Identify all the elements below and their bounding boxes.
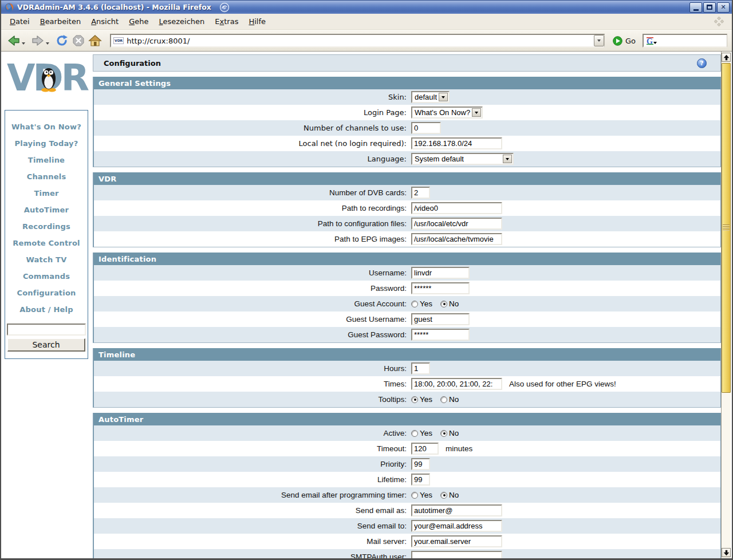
guest-password-input[interactable]	[411, 329, 470, 341]
send-email-to-input[interactable]	[411, 520, 502, 532]
active-radio-no[interactable]	[440, 430, 447, 437]
forward-icon	[31, 34, 45, 47]
web-search-box[interactable]: G	[643, 34, 727, 48]
reload-button[interactable]	[54, 33, 70, 49]
sidebar-item-commands[interactable]: Commands	[5, 268, 88, 285]
home-button[interactable]	[87, 33, 103, 48]
go-label: Go	[625, 37, 636, 45]
field-control: Also used for other EPG views!	[411, 378, 720, 390]
number-of-channels-to-use-input[interactable]	[411, 122, 441, 134]
select-arrow-icon[interactable]	[472, 108, 481, 117]
field-control: YesNo	[411, 491, 720, 499]
active-radio-yes[interactable]	[411, 430, 418, 437]
select-arrow-icon[interactable]	[503, 155, 512, 163]
maximize-button[interactable]	[703, 2, 716, 13]
menu-extras[interactable]: Extras	[210, 15, 243, 27]
menu-bearbeiten[interactable]: Bearbeiten	[35, 15, 86, 27]
stop-button[interactable]	[71, 33, 86, 48]
send-email-after-programming-timer-radio-no[interactable]	[440, 492, 447, 499]
web-search-input[interactable]	[658, 37, 727, 45]
field-label: Send email to:	[94, 522, 407, 530]
back-button[interactable]	[6, 33, 29, 48]
settings-row: Username:	[94, 265, 720, 281]
vertical-scrollbar[interactable]	[721, 52, 731, 558]
sidebar-item-what-s-on-now[interactable]: What's On Now?	[5, 119, 88, 135]
sidebar-item-channels[interactable]: Channels	[5, 168, 88, 185]
login-page-select[interactable]: What's On Now?	[411, 107, 483, 119]
field-control	[411, 329, 720, 341]
send-email-after-programming-timer-radio-yes[interactable]	[411, 492, 418, 499]
menu-ansicht[interactable]: Ansicht	[86, 15, 124, 27]
guest-username-input[interactable]	[411, 313, 470, 325]
epg-search-input[interactable]	[7, 324, 86, 336]
number-of-dvb-cards-input[interactable]	[411, 187, 430, 199]
password-input[interactable]	[411, 282, 470, 294]
section-header-vdr: VDR	[94, 172, 720, 185]
scroll-down-button[interactable]	[722, 548, 731, 557]
epg-search-button[interactable]: Search	[7, 338, 85, 352]
path-to-recordings-input[interactable]	[411, 202, 502, 214]
mail-server-input[interactable]	[411, 535, 502, 547]
minimize-button[interactable]	[689, 2, 702, 13]
scroll-up-button[interactable]	[722, 53, 731, 62]
menu-hilfe[interactable]: Hilfe	[243, 15, 271, 27]
back-history-dropdown-icon[interactable]	[22, 42, 25, 45]
radio-label: Yes	[420, 491, 432, 499]
tooltips-radio-yes[interactable]	[411, 396, 418, 403]
field-control	[411, 202, 720, 214]
go-button[interactable]: Go	[609, 35, 639, 47]
search-engine-dropdown-icon[interactable]	[653, 42, 657, 44]
language-select[interactable]: System default	[411, 153, 514, 165]
times-input[interactable]	[411, 378, 502, 390]
section-header-general-settings: General Settings	[94, 77, 720, 89]
username-input[interactable]	[411, 267, 470, 279]
settings-row: Skin:default	[94, 89, 720, 105]
select-arrow-icon[interactable]	[439, 93, 448, 101]
sidebar-item-timeline[interactable]: Timeline	[5, 152, 88, 168]
sidebar-item-timer[interactable]: Timer	[5, 185, 88, 202]
url-input[interactable]	[127, 37, 594, 45]
section-vdr: VDRNumber of DVB cards:Path to recording…	[93, 172, 721, 247]
sidebar-item-remote-control[interactable]: Remote Control	[5, 235, 88, 251]
forward-history-dropdown-icon[interactable]	[46, 42, 49, 45]
menu-lesezeichen[interactable]: Lesezeichen	[153, 15, 210, 27]
scrollbar-thumb[interactable]	[722, 63, 731, 393]
sidebar-item-configuration[interactable]: Configuration	[5, 285, 88, 301]
sidebar-item-watch-tv[interactable]: Watch TV	[5, 251, 88, 268]
close-icon: ✕	[720, 3, 726, 11]
page-title: Configuration	[104, 59, 161, 68]
sidebar-item-autotimer[interactable]: AutoTimer	[5, 202, 88, 218]
url-dropdown-button[interactable]	[594, 35, 604, 46]
send-email-as-input[interactable]	[411, 504, 502, 516]
smtpauth-user-input[interactable]	[411, 551, 502, 558]
hours-input[interactable]	[411, 362, 430, 374]
path-to-epg-images-input[interactable]	[411, 233, 502, 245]
forward-button[interactable]	[30, 33, 53, 48]
sidebar-item-about-help[interactable]: About / Help	[5, 301, 88, 318]
sidebar-item-playing-today[interactable]: Playing Today?	[5, 135, 88, 152]
timeout-input[interactable]	[411, 443, 439, 455]
url-bar[interactable]: VDR	[110, 34, 605, 48]
field-control	[411, 267, 720, 279]
home-icon	[88, 34, 102, 47]
close-button[interactable]: ✕	[717, 2, 730, 13]
path-to-configuration-files-input[interactable]	[411, 218, 502, 230]
guest-account-radio-yes[interactable]	[411, 301, 418, 307]
sidebar-item-recordings[interactable]: Recordings	[5, 218, 88, 235]
menu-gehe[interactable]: Gehe	[124, 15, 153, 27]
settings-row: Tooltips:YesNo	[94, 392, 720, 407]
tooltips-radio-no[interactable]	[440, 396, 447, 403]
guest-account-radio-no[interactable]	[440, 301, 447, 307]
priority-input[interactable]	[411, 458, 430, 470]
lifetime-input[interactable]	[411, 474, 430, 486]
menu-datei[interactable]: Datei	[5, 15, 35, 27]
field-control	[411, 362, 720, 374]
help-icon[interactable]: ?	[697, 58, 707, 68]
settings-row: Number of DVB cards:	[94, 185, 720, 200]
google-search-icon[interactable]: G	[646, 37, 657, 45]
settings-row: Timeout:minutes	[94, 441, 720, 456]
field-label: Guest Account:	[94, 299, 407, 308]
settings-row: Login Page:What's On Now?	[94, 105, 720, 120]
local-net-no-login-required-input[interactable]	[411, 137, 502, 149]
skin-select[interactable]: default	[411, 91, 450, 103]
